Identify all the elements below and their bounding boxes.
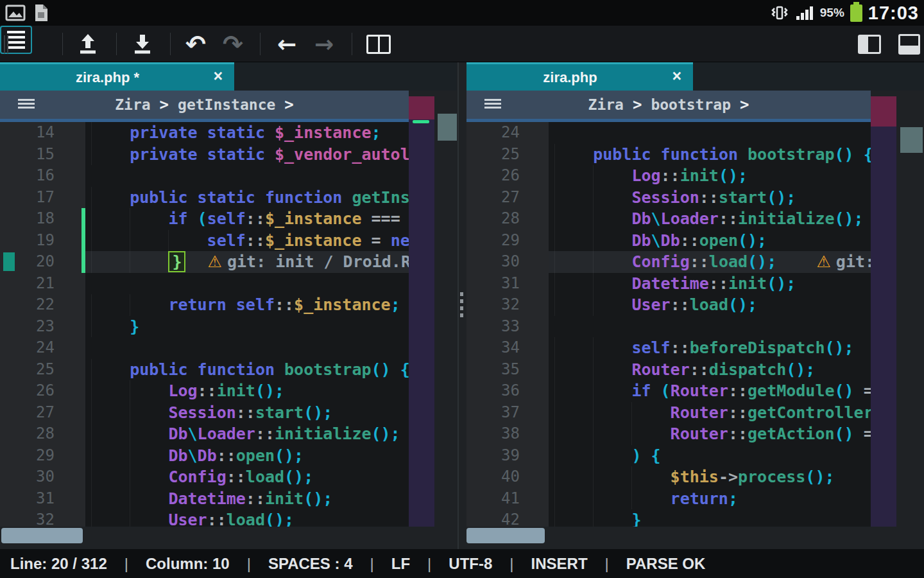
breadcrumb-item[interactable]: Zira	[588, 96, 624, 113]
horizontal-scrollbar-thumb[interactable]	[466, 528, 545, 543]
file-tab[interactable]: zira.php * ×	[0, 62, 234, 91]
code-line[interactable]: 16	[0, 165, 409, 187]
gutter-line-number[interactable]: 18	[0, 208, 85, 230]
gutter-line-number[interactable]: 26	[0, 380, 85, 402]
pane-divider[interactable]	[457, 62, 466, 549]
breadcrumb-menu-icon[interactable]	[484, 99, 501, 109]
code-line[interactable]: 28Db\Loader::initialize();	[0, 423, 409, 445]
code-line[interactable]: 17public static function getIns	[0, 187, 409, 209]
gutter-line-number[interactable]: 33	[466, 316, 549, 338]
vertical-scrollbar-thumb[interactable]	[900, 127, 923, 153]
split-vertical-button[interactable]	[855, 30, 884, 58]
navigate-forward-button[interactable]: →	[310, 30, 338, 58]
code-line[interactable]: 25public function bootstrap() {	[466, 144, 871, 166]
code-line[interactable]: 35Router::dispatch();	[466, 359, 871, 381]
code-line[interactable]: 24	[0, 337, 409, 359]
code-line[interactable]: 29Db\Db::open();	[0, 445, 409, 467]
code-line[interactable]: 33	[466, 316, 871, 338]
code-line[interactable]: 34self::beforeDispatch();	[466, 337, 871, 359]
horizontal-scrollbar-thumb[interactable]	[1, 528, 83, 543]
code-line[interactable]: 31Datetime::init();	[466, 273, 871, 295]
breadcrumb-item[interactable]: getInstance	[178, 96, 275, 113]
line-ending-indicator[interactable]: LF	[391, 555, 410, 573]
code-line[interactable]: 26Log::init();	[0, 380, 409, 402]
code-editor-area[interactable]: 14private static $_instance;15private st…	[0, 122, 409, 527]
code-line[interactable]: 24	[466, 122, 871, 144]
gutter-line-number[interactable]: 38	[466, 423, 549, 445]
tab-close-icon[interactable]: ×	[672, 67, 681, 85]
indent-indicator[interactable]: SPACES : 4	[268, 555, 353, 573]
gutter-line-number[interactable]: 29	[0, 445, 85, 467]
gutter-line-number[interactable]: 30	[466, 251, 549, 273]
code-line[interactable]: 20} ⚠git: init / Droid.Ru	[0, 251, 409, 273]
gutter-line-number[interactable]: 22	[0, 294, 85, 316]
code-line[interactable]: 21	[0, 273, 409, 295]
gutter-line-number[interactable]: 25	[466, 144, 549, 166]
gutter-line-number[interactable]: 40	[466, 466, 549, 488]
gutter-line-number[interactable]: 31	[466, 273, 549, 295]
gutter-line-number[interactable]: 25	[0, 359, 85, 381]
code-line[interactable]: 27Session::start();	[466, 187, 871, 209]
code-line[interactable]: 18if (self::$_instance ===	[0, 208, 409, 230]
gutter-line-number[interactable]: 19	[0, 230, 85, 252]
vertical-scrollbar-thumb[interactable]	[438, 114, 457, 141]
overview-scroll-strip[interactable]	[409, 96, 434, 527]
split-horizontal-button[interactable]	[895, 30, 923, 58]
gutter-line-number[interactable]: 26	[466, 165, 549, 187]
code-line[interactable]: 37Router::getController	[466, 402, 871, 424]
gutter-line-number[interactable]: 32	[0, 509, 85, 527]
code-editor-area[interactable]: 2425public function bootstrap() {26Log::…	[466, 122, 871, 527]
gutter-line-number[interactable]: 35	[466, 359, 549, 381]
breadcrumb-item[interactable]: bootstrap	[651, 96, 731, 113]
code-line[interactable]: 27Session::start();	[0, 402, 409, 424]
breadcrumb-item[interactable]: Zira	[115, 96, 150, 113]
code-line[interactable]: 39) {	[466, 445, 871, 467]
parse-status-indicator[interactable]: PARSE OK	[626, 555, 706, 573]
overview-scroll-strip[interactable]	[871, 96, 896, 527]
code-line[interactable]: 31Datetime::init();	[0, 488, 409, 510]
gutter-line-number[interactable]: 24	[466, 122, 549, 144]
encoding-indicator[interactable]: UTF-8	[449, 555, 492, 573]
gutter-line-number[interactable]: 29	[466, 230, 549, 252]
code-line[interactable]: 30Config::load(); ⚠git: i	[466, 251, 871, 273]
column-indicator[interactable]: Column: 10	[146, 555, 230, 573]
code-line[interactable]: 14private static $_instance;	[0, 122, 409, 144]
gutter-line-number[interactable]: 34	[466, 337, 549, 359]
gutter-line-number[interactable]: 21	[0, 273, 85, 295]
code-line[interactable]: 36if (Router::getModule() =	[466, 380, 871, 402]
code-line[interactable]: 26Log::init();	[466, 165, 871, 187]
code-line[interactable]: 41return;	[466, 488, 871, 510]
gutter-line-number[interactable]: 37	[466, 402, 549, 424]
code-line[interactable]: 42}	[466, 509, 871, 527]
gutter-line-number[interactable]: 32	[466, 294, 549, 316]
gutter-line-number[interactable]: 30	[0, 466, 85, 488]
code-line[interactable]: 30Config::load();	[0, 466, 409, 488]
code-line[interactable]: 23}	[0, 316, 409, 338]
code-line[interactable]: 29Db\Db::open();	[466, 230, 871, 252]
gutter-line-number[interactable]: 28	[0, 423, 85, 445]
split-view-button[interactable]	[364, 30, 393, 58]
gutter-line-number[interactable]: 42	[466, 509, 549, 527]
code-line[interactable]: 22return self::$_instance;	[0, 294, 409, 316]
gutter-line-number[interactable]: 24	[0, 337, 85, 359]
gutter-line-number[interactable]: 20	[0, 251, 85, 273]
tab-close-icon[interactable]: ×	[213, 67, 223, 85]
gutter-line-number[interactable]: 27	[466, 187, 549, 209]
redo-button[interactable]: ↷	[219, 30, 247, 58]
file-tab[interactable]: zira.php ×	[466, 62, 693, 91]
input-mode-indicator[interactable]: INSERT	[531, 555, 588, 573]
gutter-line-number[interactable]: 17	[0, 187, 85, 209]
code-line[interactable]: 38Router::getAction() =	[466, 423, 871, 445]
breadcrumb-menu-icon[interactable]	[18, 99, 35, 109]
gutter-line-number[interactable]: 39	[466, 445, 549, 467]
line-indicator[interactable]: Line: 20 / 312	[10, 555, 107, 573]
code-line[interactable]: 28Db\Loader::initialize();	[466, 208, 871, 230]
code-line[interactable]: 32User::load();	[0, 509, 409, 527]
undo-button[interactable]: ↶	[182, 30, 210, 58]
code-line[interactable]: 32User::load();	[466, 294, 871, 316]
gutter-line-number[interactable]: 23	[0, 316, 85, 338]
code-line[interactable]: 15private static $_vendor_autol	[0, 144, 409, 166]
open-file-button[interactable]	[74, 30, 102, 58]
gutter-line-number[interactable]: 41	[466, 488, 549, 510]
code-line[interactable]: 40$this->process();	[466, 466, 871, 488]
